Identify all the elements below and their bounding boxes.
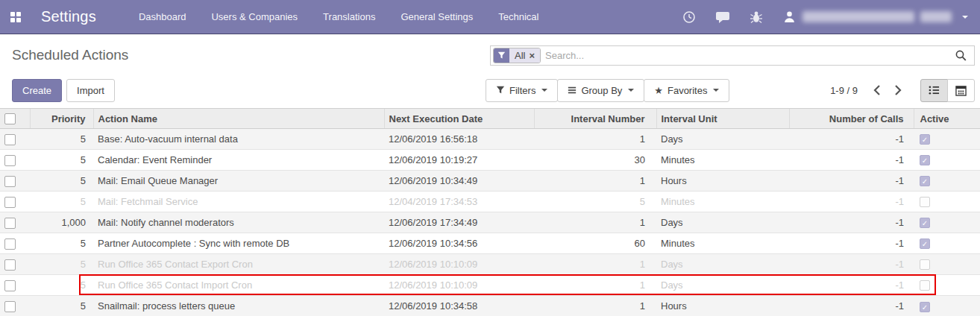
row-select-cell bbox=[0, 212, 30, 233]
cell-interval-number: 1 bbox=[534, 129, 656, 150]
bug-button[interactable] bbox=[740, 10, 773, 24]
list-view-button[interactable] bbox=[920, 79, 948, 102]
row-checkbox[interactable] bbox=[4, 155, 16, 166]
cell-active bbox=[914, 254, 980, 275]
row-checkbox[interactable] bbox=[4, 218, 16, 229]
create-button[interactable]: Create bbox=[12, 79, 62, 102]
menu-item-dashboard[interactable]: Dashboard bbox=[126, 0, 199, 34]
cell-interval-number: 60 bbox=[534, 233, 656, 254]
messages-button[interactable] bbox=[706, 10, 740, 24]
messages-icon bbox=[715, 10, 730, 24]
favorites-dropdown[interactable]: ★ Favorites bbox=[644, 79, 729, 102]
cell-interval-unit: Days bbox=[656, 129, 789, 150]
cell-interval-number: 1 bbox=[534, 296, 656, 316]
cell-action-name: Run Office 365 Contact Export Cron bbox=[93, 254, 384, 275]
cell-priority: 5 bbox=[30, 192, 93, 212]
cell-interval-unit: Minutes bbox=[656, 233, 789, 254]
cell-priority: 5 bbox=[30, 254, 93, 275]
column-header-next-execution-date[interactable]: Next Execution Date bbox=[384, 109, 534, 129]
active-checkbox[interactable] bbox=[920, 280, 930, 291]
column-header-interval-unit[interactable]: Interval Unit bbox=[656, 109, 789, 129]
user-name-redacted bbox=[802, 11, 914, 22]
cell-priority: 5 bbox=[30, 150, 93, 171]
row-select-cell bbox=[0, 192, 30, 212]
cell-action-name: Partner Autocomplete : Sync with remote … bbox=[93, 233, 384, 254]
cell-interval-unit: Hours bbox=[656, 171, 789, 192]
active-checkbox[interactable]: ✓ bbox=[920, 218, 930, 228]
table-row[interactable]: 1,000 Mail: Notify channel moderators 12… bbox=[0, 212, 980, 233]
cell-active: ✓ bbox=[914, 129, 980, 150]
pager-previous-button[interactable] bbox=[868, 81, 886, 99]
cell-number-of-calls: -1 bbox=[789, 150, 914, 171]
cell-interval-number: 1 bbox=[534, 171, 656, 192]
chevron-down-icon bbox=[962, 16, 968, 19]
table-row[interactable]: 5 Base: Auto-vacuum internal data 12/06/… bbox=[0, 129, 980, 150]
table-row[interactable]: 5 Snailmail: process letters queue 12/06… bbox=[0, 296, 980, 316]
cell-action-name: Mail: Notify channel moderators bbox=[93, 212, 384, 233]
calendar-view-button[interactable] bbox=[947, 79, 975, 102]
cell-next-execution-date: 12/06/2019 10:34:49 bbox=[384, 171, 534, 192]
row-checkbox[interactable] bbox=[4, 176, 16, 187]
group-by-dropdown[interactable]: Group By bbox=[557, 79, 644, 102]
table-row[interactable]: 5 Run Office 365 Contact Export Cron 12/… bbox=[0, 254, 980, 275]
column-header-number-of-calls[interactable]: Number of Calls bbox=[789, 109, 914, 129]
filter-icon bbox=[496, 86, 505, 95]
cell-interval-unit: Days bbox=[656, 275, 789, 296]
menu-item-technical[interactable]: Technical bbox=[486, 0, 551, 34]
active-checkbox[interactable]: ✓ bbox=[920, 176, 930, 186]
table-row[interactable]: 5 Run Office 365 Contact Import Cron 12/… bbox=[0, 275, 980, 296]
chevron-down-icon bbox=[713, 89, 719, 92]
view-switcher bbox=[920, 79, 975, 102]
row-checkbox[interactable] bbox=[4, 280, 16, 291]
column-header-active[interactable]: Active bbox=[914, 109, 980, 129]
menu-item-general-settings[interactable]: General Settings bbox=[388, 0, 486, 34]
import-button[interactable]: Import bbox=[66, 79, 115, 102]
column-header-priority[interactable]: Priority bbox=[30, 109, 93, 129]
activities-button[interactable] bbox=[673, 10, 706, 24]
menu-item-translations[interactable]: Translations bbox=[310, 0, 388, 34]
row-checkbox[interactable] bbox=[4, 238, 16, 250]
cell-interval-number: 30 bbox=[534, 150, 656, 171]
table-row[interactable]: 5 Partner Autocomplete : Sync with remot… bbox=[0, 233, 980, 254]
facet-remove-icon[interactable]: × bbox=[529, 51, 535, 60]
top-navbar: Settings Dashboard Users & Companies Tra… bbox=[0, 0, 980, 34]
cell-next-execution-date: 12/06/2019 17:34:49 bbox=[384, 212, 534, 233]
active-checkbox[interactable]: ✓ bbox=[920, 238, 930, 249]
filters-dropdown[interactable]: Filters bbox=[486, 79, 558, 102]
pager: 1-9 / 9 bbox=[830, 81, 907, 99]
row-checkbox[interactable] bbox=[4, 197, 16, 208]
row-checkbox[interactable] bbox=[4, 301, 16, 312]
table-row[interactable]: 5 Mail: Email Queue Manager 12/06/2019 1… bbox=[0, 171, 980, 192]
cell-active: ✓ bbox=[914, 212, 980, 233]
apps-menu-button[interactable] bbox=[0, 12, 32, 22]
user-menu[interactable] bbox=[783, 10, 968, 23]
column-header-action-name[interactable]: Action Name bbox=[93, 109, 384, 129]
menu-item-users-companies[interactable]: Users & Companies bbox=[198, 0, 310, 34]
pager-range: 1-9 / 9 bbox=[830, 85, 858, 96]
active-checkbox[interactable]: ✓ bbox=[920, 302, 930, 312]
table-row[interactable]: 5 Calendar: Event Reminder 12/06/2019 10… bbox=[0, 150, 980, 171]
cell-number-of-calls: -1 bbox=[789, 129, 914, 150]
select-all-checkbox[interactable] bbox=[4, 113, 16, 124]
scheduled-actions-table: Priority Action Name Next Execution Date… bbox=[0, 108, 980, 316]
row-select-cell bbox=[0, 171, 30, 192]
column-header-interval-number[interactable]: Interval Number bbox=[534, 109, 656, 129]
row-checkbox[interactable] bbox=[4, 259, 16, 271]
cell-number-of-calls: -1 bbox=[789, 233, 914, 254]
pager-next-button[interactable] bbox=[889, 81, 907, 99]
table-header-row: Priority Action Name Next Execution Date… bbox=[0, 109, 980, 129]
app-title[interactable]: Settings bbox=[41, 8, 96, 25]
table-row[interactable]: 5 Mail: Fetchmail Service 12/04/2019 17:… bbox=[0, 192, 980, 212]
active-checkbox[interactable] bbox=[920, 197, 930, 207]
active-checkbox[interactable] bbox=[920, 259, 930, 270]
active-checkbox[interactable]: ✓ bbox=[920, 155, 930, 165]
search-input[interactable] bbox=[545, 50, 951, 61]
calendar-icon bbox=[955, 85, 967, 96]
cell-next-execution-date: 12/06/2019 10:10:09 bbox=[384, 254, 534, 275]
row-checkbox[interactable] bbox=[4, 134, 16, 145]
active-checkbox[interactable]: ✓ bbox=[920, 134, 930, 145]
cell-action-name: Calendar: Event Reminder bbox=[93, 150, 384, 171]
cell-action-name: Mail: Email Queue Manager bbox=[93, 171, 384, 192]
cell-next-execution-date: 12/06/2019 10:19:27 bbox=[384, 150, 534, 171]
search-icon[interactable] bbox=[951, 49, 971, 62]
